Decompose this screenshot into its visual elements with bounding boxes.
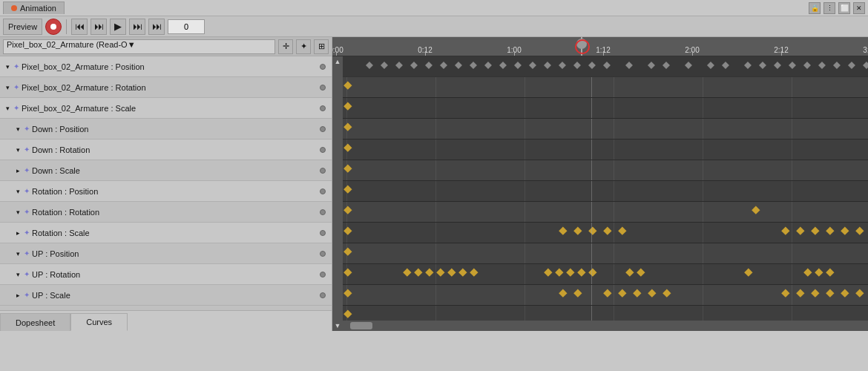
keyframe-diamond[interactable] (811, 289, 819, 297)
keyframe-diamond[interactable] (559, 289, 567, 297)
keyframe-diamond[interactable] (343, 206, 352, 214)
expand-button[interactable]: ▾ (13, 125, 22, 134)
title-tab[interactable]: Animation (3, 1, 65, 14)
keyframe-diamond[interactable] (577, 268, 585, 276)
keyframe-diamond[interactable] (796, 226, 804, 234)
add-prop-button[interactable]: ⊞ (314, 39, 329, 54)
visibility-toggle[interactable] (317, 123, 329, 135)
record-button[interactable] (45, 19, 62, 35)
keyframe-diamond[interactable] (343, 309, 352, 318)
keyframe-diamond[interactable] (458, 268, 467, 276)
keyframe-diamond[interactable] (343, 81, 352, 89)
keyframe-diamond[interactable] (447, 268, 456, 276)
play-button[interactable]: ▶ (110, 19, 126, 35)
keyframe-diamond[interactable] (559, 226, 567, 234)
expand-button[interactable]: ▸ (13, 166, 22, 175)
keyframe-diamond[interactable] (811, 226, 819, 234)
keyframe-diamond[interactable] (796, 289, 804, 297)
keyframe-diamond[interactable] (403, 268, 411, 276)
keyframe-diamond[interactable] (815, 268, 823, 276)
keyframe-diamond[interactable] (343, 289, 352, 297)
lock-btn[interactable]: 🔒 (809, 2, 821, 14)
visibility-toggle[interactable] (317, 61, 329, 73)
visibility-toggle[interactable] (317, 144, 329, 156)
scroll-down-arrow[interactable]: ▼ (332, 321, 343, 331)
keyframe-diamond[interactable] (855, 289, 864, 297)
keyframe-diamond[interactable] (826, 289, 834, 297)
expand-button[interactable]: ▾ (13, 270, 22, 279)
timeline-ruler[interactable]: 0:000:121:001:122:002:123:003:12 (332, 37, 868, 56)
tab-dopesheet[interactable]: Dopesheet (0, 313, 70, 331)
close-btn[interactable]: ✕ (853, 2, 865, 14)
keyframe-diamond[interactable] (618, 226, 626, 234)
keyframe-diamond[interactable] (618, 289, 626, 297)
keyframe-diamond[interactable] (343, 143, 352, 151)
keyframe-diamond[interactable] (803, 268, 812, 276)
expand-button[interactable]: ▸ (13, 229, 22, 237)
expand-button[interactable]: ▾ (3, 62, 12, 71)
visibility-toggle[interactable] (317, 248, 329, 260)
keyframe-diamond[interactable] (826, 268, 834, 276)
keyframe-diamond[interactable] (603, 226, 611, 234)
keyframe-diamond[interactable] (855, 226, 864, 234)
visibility-toggle[interactable] (317, 82, 329, 93)
menu-btn[interactable]: ⋮ (823, 2, 835, 14)
expand-button[interactable]: ▸ (13, 291, 22, 300)
horizontal-scrollbar[interactable] (343, 321, 868, 331)
keyframe-diamond[interactable] (637, 268, 645, 276)
expand-button[interactable]: ▾ (13, 208, 22, 217)
tab-curves[interactable]: Curves (70, 313, 128, 331)
keyframe-diamond[interactable] (343, 185, 352, 193)
add-key-button[interactable]: ✦ (296, 39, 311, 54)
keyframe-diamond[interactable] (841, 289, 849, 297)
object-selector[interactable]: Pixel_box_02_Armature (Read-O▼ (3, 39, 275, 54)
keyframe-diamond[interactable] (573, 289, 582, 297)
keyframe-diamond[interactable] (625, 268, 634, 276)
keyframe-diamond[interactable] (826, 226, 834, 234)
visibility-toggle[interactable] (317, 102, 329, 114)
visibility-toggle[interactable] (317, 227, 329, 239)
keyframe-diamond[interactable] (544, 268, 552, 276)
keyframe-diamond[interactable] (566, 268, 574, 276)
keyframe-diamond[interactable] (470, 268, 478, 276)
expand-button[interactable]: ▾ (13, 249, 22, 258)
keyframe-diamond[interactable] (343, 268, 352, 276)
visibility-toggle[interactable] (317, 269, 329, 280)
visibility-toggle[interactable] (317, 165, 329, 177)
expand-button[interactable]: ▾ (13, 187, 22, 196)
keyframe-diamond[interactable] (343, 164, 352, 172)
prev-frame-button[interactable]: ⏭ (91, 19, 107, 35)
h-scrollbar-thumb[interactable] (350, 322, 372, 329)
keyframe-diamond[interactable] (588, 226, 596, 234)
crosshair-button[interactable]: ✛ (278, 39, 293, 54)
keyframe-diamond[interactable] (648, 289, 656, 297)
keyframe-diamond[interactable] (841, 226, 849, 234)
time-input[interactable] (168, 19, 205, 34)
keyframe-diamond[interactable] (744, 268, 752, 276)
keyframe-diamond[interactable] (555, 268, 563, 276)
keyframe-diamond[interactable] (662, 289, 671, 297)
maximize-btn[interactable]: ⬜ (838, 2, 850, 14)
expand-button[interactable]: ▾ (13, 145, 22, 154)
keyframe-diamond[interactable] (343, 247, 352, 255)
keyframe-diamond[interactable] (436, 268, 444, 276)
keyframe-diamond[interactable] (781, 226, 789, 234)
keyframe-diamond[interactable] (573, 226, 582, 234)
keyframe-diamond[interactable] (343, 226, 352, 234)
visibility-toggle[interactable] (317, 206, 329, 218)
keyframe-diamond[interactable] (633, 289, 641, 297)
keyframe-diamond[interactable] (752, 206, 760, 214)
skip-start-button[interactable]: ⏮ (71, 19, 88, 35)
scroll-up-arrow[interactable]: ▲ (332, 56, 343, 67)
keyframe-diamond[interactable] (603, 289, 611, 297)
visibility-toggle[interactable] (317, 186, 329, 197)
keyframe-diamond[interactable] (414, 268, 422, 276)
visibility-toggle[interactable] (317, 289, 329, 301)
keyframe-diamond[interactable] (425, 268, 433, 276)
expand-button[interactable]: ▾ (3, 83, 12, 92)
expand-button[interactable]: ▾ (3, 104, 12, 113)
keyframe-diamond[interactable] (343, 102, 352, 110)
next-frame-button[interactable]: ⏭ (129, 19, 145, 35)
skip-end-button[interactable]: ⏭ (148, 19, 165, 35)
keyframe-diamond[interactable] (343, 122, 352, 131)
